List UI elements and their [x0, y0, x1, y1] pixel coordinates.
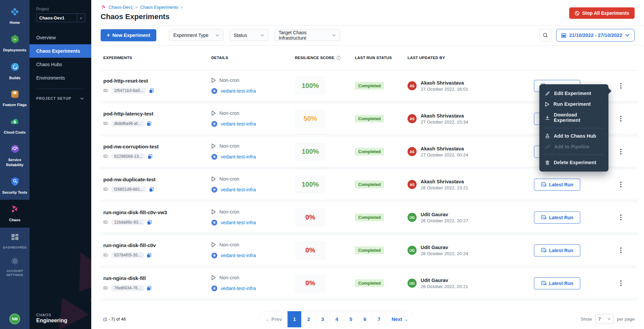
infrastructure-link[interactable]: vedant-test-infra: [221, 253, 256, 258]
search-button[interactable]: [539, 29, 551, 41]
pagination-range-label: (1 - 7) of 46: [103, 317, 126, 322]
menu-item-label: Edit Experiment: [554, 91, 591, 96]
sidebar-item-chaos-experiments[interactable]: Chaos Experiments: [30, 44, 91, 58]
copy-icon[interactable]: [147, 220, 152, 225]
resilience-score-value: 100%: [302, 148, 319, 155]
page-title: Chaos Experiments: [101, 12, 635, 21]
rail-item-feature-flags[interactable]: Feature Flags: [0, 85, 30, 112]
page-button-7[interactable]: 7: [372, 311, 386, 327]
run-icon: [545, 102, 549, 107]
menu-item-delete-experiment[interactable]: Delete Experiment: [539, 157, 608, 168]
prev-page-button[interactable]: ← Prev: [260, 311, 287, 327]
experiment-name[interactable]: pod-http-reset-test: [103, 78, 211, 84]
kebab-menu-icon[interactable]: [618, 114, 624, 124]
menu-item-label: Add to Chaos Hub: [554, 133, 596, 139]
experiment-cell: pod-nw-corruption-test ID: 92296568-13..…: [103, 144, 211, 159]
action-cell: Latest Run: [534, 211, 604, 224]
latest-run-button[interactable]: Latest Run: [534, 179, 580, 191]
project-setup-toggle[interactable]: PROJECT SETUP: [30, 96, 91, 100]
chevron-down-icon: [607, 318, 610, 320]
menu-divider: [544, 154, 604, 155]
breadcrumb-link-chaos-experiments[interactable]: Chaos Experiments: [140, 5, 178, 10]
stop-all-experiments-button[interactable]: Stop All Experiments: [569, 7, 635, 19]
experiment-name[interactable]: run-nginx-disk-fill-c0v-vw3: [103, 209, 211, 215]
updated-by-date: 26 October 2022, 23:21: [421, 185, 468, 190]
experiment-name[interactable]: pod-nw-duplicate-test: [103, 177, 211, 182]
project-selector[interactable]: Chaos-Dev1 »: [36, 13, 85, 22]
experiment-cell: run-nginx-disk-fill ID: 76e8f434-76...: [103, 275, 211, 291]
next-page-button[interactable]: Next →: [386, 311, 414, 327]
rail-item-chaos[interactable]: Chaos: [0, 200, 30, 227]
avatar: UG: [408, 246, 417, 255]
rail-item-dashboards[interactable]: DASHBOARDS: [0, 230, 30, 253]
expand-project-button[interactable]: »: [77, 14, 85, 22]
copy-icon[interactable]: [147, 286, 152, 291]
status-filter[interactable]: Status: [229, 30, 268, 41]
info-icon[interactable]: [336, 56, 341, 60]
menu-item-edit-experiment[interactable]: Edit Experiment: [539, 88, 608, 99]
latest-run-button[interactable]: Latest Run: [534, 277, 580, 289]
infrastructure-link[interactable]: vedant-test-infra: [221, 88, 256, 94]
schedule-type: Non-cron: [219, 78, 239, 83]
new-experiment-button[interactable]: + New Experiment: [101, 29, 156, 41]
kebab-menu-icon[interactable]: [618, 180, 624, 189]
infrastructure-link[interactable]: vedant-test-infra: [221, 220, 256, 225]
kebab-menu-icon[interactable]: [618, 213, 624, 222]
details-cell: Non-cron vedant-test-infra: [211, 143, 295, 160]
infrastructure-link[interactable]: vedant-test-infra: [221, 286, 256, 291]
infrastructure-link[interactable]: vedant-test-infra: [221, 187, 256, 192]
experiment-name[interactable]: run-nginx-disk-fill: [103, 275, 211, 281]
rail-item-cloud-costs[interactable]: $ Cloud Costs: [0, 112, 30, 140]
rail-item-security-tests[interactable]: Security Tests: [0, 172, 30, 200]
menu-item-add-to-chaos-hub[interactable]: Add to Chaos Hub: [539, 131, 608, 141]
chaos-breadcrumb-icon: [101, 4, 106, 10]
page-size-select[interactable]: 7: [595, 314, 613, 324]
page-button-4[interactable]: 4: [330, 311, 344, 327]
page-button-3[interactable]: 3: [316, 311, 330, 327]
rail-item-builds[interactable]: Builds: [0, 58, 30, 85]
user-avatar[interactable]: NM: [9, 314, 20, 324]
latest-run-button[interactable]: Latest Run: [534, 211, 580, 224]
latest-run-label: Latest Run: [549, 248, 573, 253]
experiment-name[interactable]: run-nginx-disk-fill-c0v: [103, 242, 211, 248]
page-button-2[interactable]: 2: [302, 311, 316, 327]
service-reliability-icon: [10, 144, 20, 155]
kebab-menu-icon[interactable]: [618, 147, 624, 156]
experiment-name[interactable]: pod-http-latency-test: [103, 111, 211, 116]
search-icon: [543, 33, 548, 38]
copy-icon[interactable]: [149, 187, 154, 192]
rail-item-service-reliability[interactable]: Service Reliability: [0, 140, 30, 172]
status-cell: Completed: [355, 279, 408, 287]
infrastructure-link[interactable]: vedant-test-infra: [221, 121, 256, 127]
sidebar-item-chaos-hubs[interactable]: Chaos Hubs: [30, 58, 91, 71]
target-infrastructure-filter[interactable]: Target Chaos Infrastructure: [274, 30, 340, 41]
copy-icon[interactable]: [147, 121, 152, 126]
copy-icon[interactable]: [147, 253, 152, 258]
updated-by-cell: AS Akash Shrivastava 26 October 2022, 23…: [408, 179, 534, 190]
sidebar-item-overview[interactable]: Overview: [30, 31, 91, 44]
latest-run-button[interactable]: Latest Run: [534, 244, 580, 256]
page-button-1[interactable]: 1: [287, 311, 302, 327]
sidebar-item-environments[interactable]: Environments: [30, 71, 91, 85]
updated-by-cell: UG Udit Gaurav 26 October 2022, 20:24: [408, 245, 534, 256]
menu-item-run-experiment[interactable]: Run Experiment: [539, 99, 608, 109]
menu-item-download-experiment[interactable]: Download Experiment: [539, 109, 608, 126]
rail-item-account-settings[interactable]: ACCOUNT SETTINGS: [0, 253, 30, 281]
rail-item-deployments[interactable]: ∞ Deployments: [0, 30, 30, 57]
kebab-menu-icon[interactable]: [618, 81, 624, 91]
infrastructure-link[interactable]: vedant-test-infra: [221, 154, 256, 159]
page-button-5[interactable]: 5: [344, 311, 358, 327]
rail-item-home[interactable]: Home: [0, 3, 30, 30]
pagination-bar: (1 - 7) of 46 ← Prev 1 2 3 4 5 6 7 Next …: [101, 309, 637, 329]
copy-icon[interactable]: [149, 88, 154, 93]
breadcrumb-link-project[interactable]: Chaos-Dev1: [109, 5, 133, 10]
experiment-name[interactable]: pod-nw-corruption-test: [103, 144, 211, 149]
copy-icon[interactable]: [148, 154, 153, 159]
page-button-6[interactable]: 6: [358, 311, 372, 327]
experiment-type-filter[interactable]: Experiment Type: [169, 30, 223, 41]
date-range-picker[interactable]: 21/10/2022 - 27/10/2022: [556, 29, 635, 42]
kebab-menu-icon[interactable]: [618, 245, 624, 255]
edit-icon: [545, 91, 550, 96]
kebab-menu-icon[interactable]: [618, 278, 624, 288]
resilience-score-value: 100%: [302, 181, 319, 188]
